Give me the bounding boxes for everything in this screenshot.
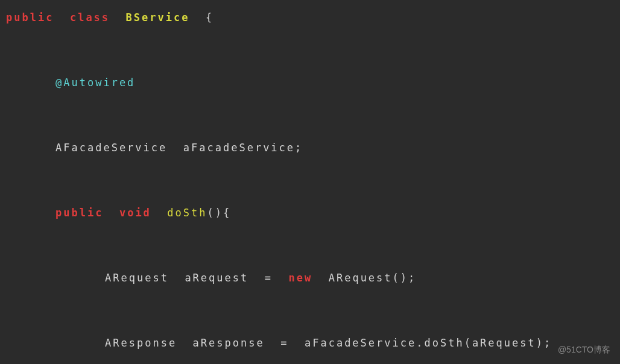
field-type: AFacadeService (55, 142, 167, 154)
class-name: BService (126, 11, 190, 24)
code-block: public class BService { @Autowired AFaca… (6, 7, 614, 364)
code-line-3: AFacadeService aFacadeService; (6, 137, 614, 158)
constructor-call: ARequest(); (329, 272, 417, 284)
method-name: doSth (167, 207, 207, 219)
var-name: aResponse (193, 337, 265, 349)
var-type: ARequest (105, 272, 169, 284)
code-line-6: AResponse aResponse = aFacadeService.doS… (6, 333, 614, 353)
keyword-void: void (119, 207, 151, 219)
keyword-new: new (288, 272, 312, 284)
method-parens: (){ (207, 207, 232, 219)
expression: aFacadeService.doSth(aRequest); (305, 337, 552, 349)
equals: = (280, 337, 288, 349)
code-line-2: @Autowired (6, 72, 614, 93)
annotation-autowired: @Autowired (55, 77, 135, 89)
keyword-public: public (55, 207, 103, 219)
field-name: aFacadeService; (183, 142, 303, 154)
equals: = (265, 272, 273, 284)
keyword-public: public (6, 11, 54, 24)
brace-open: { (206, 11, 214, 24)
code-line-5: ARequest aRequest = new ARequest(); (6, 268, 614, 288)
code-line-1: public class BService { (6, 7, 614, 28)
var-name: aRequest (185, 272, 248, 284)
keyword-class: class (70, 11, 110, 24)
var-type: AResponse (105, 337, 177, 349)
code-line-4: public void doSth(){ (6, 202, 614, 223)
watermark-text: @51CTO博客 (558, 345, 610, 356)
